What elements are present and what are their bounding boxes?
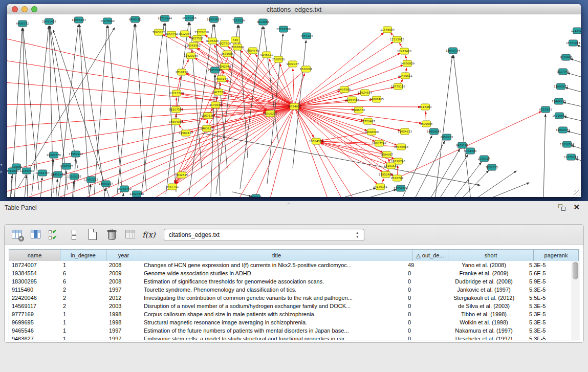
table-cell[interactable]: Yano et al. (2008) [441, 261, 527, 269]
graph-node-3827503[interactable]: 3827503 [191, 35, 204, 41]
table-cell[interactable]: Investigating the contribution of common… [141, 294, 405, 302]
graph-node-12480511[interactable]: 12480511 [398, 73, 412, 79]
graph-node-9427552[interactable]: 9427552 [212, 89, 225, 95]
table-cell[interactable]: Dudbridge et al. (2008) [441, 277, 527, 286]
graph-node-8186328[interactable]: 8186328 [206, 38, 219, 44]
table-row[interactable]: 1872400712008Changes of HCN gene express… [9, 261, 572, 269]
table-cell[interactable]: 6 [60, 269, 106, 277]
table-cell[interactable]: 1 [60, 310, 106, 318]
table-cell[interactable]: Tibbo et al. (1998) [441, 310, 527, 318]
graph-node-12973403[interactable]: 12973403 [397, 48, 411, 54]
table-cell[interactable]: Nakamura et al. (1997) [441, 326, 527, 335]
table-cell[interactable]: 5.3E-5 [527, 302, 572, 310]
float-panel-icon[interactable] [558, 204, 565, 211]
window-titlebar[interactable]: citations_edges.txt [7, 4, 581, 14]
table-body[interactable]: 1872400712008Changes of HCN gene express… [9, 261, 572, 340]
table-cell[interactable]: 0 [405, 286, 441, 294]
table-cell[interactable]: 1997 [106, 335, 141, 340]
graph-node-12213975[interactable]: 12213975 [390, 36, 404, 42]
table-cell[interactable]: 0 [405, 294, 441, 302]
select-columns-icon[interactable] [30, 228, 43, 242]
graph-node-9146821[interactable]: 9146821 [260, 52, 273, 58]
table-cell[interactable]: 5.3E-5 [527, 335, 572, 340]
graph-node-8958923[interactable]: 8958923 [441, 134, 453, 140]
graph-node-12213383[interactable]: 12213383 [169, 90, 184, 96]
table-header-row[interactable]: namein_degreeyeartitle△ out_de...shortpa… [9, 250, 579, 261]
table-cell[interactable]: 0 [405, 277, 441, 286]
column-header-short[interactable]: short [448, 250, 534, 261]
table-cell[interactable]: 9115460 [9, 286, 60, 294]
table-settings-icon[interactable] [11, 228, 24, 242]
table-cell[interactable]: 5.3E-5 [527, 318, 572, 326]
table-cell[interactable]: Corpus callosum shape and size in male p… [141, 310, 405, 318]
graph-node-9474444[interactable]: 9474444 [464, 148, 477, 154]
table-row[interactable]: 946554611997Estimation of the future num… [9, 326, 572, 335]
table-cell[interactable]: 0 [405, 302, 441, 310]
table-cell[interactable]: Franke et al. (2009) [441, 269, 527, 277]
graph-node-22420046[interactable]: 22420046 [184, 53, 198, 59]
table-cell[interactable]: 22420046 [9, 294, 60, 302]
function-builder-icon[interactable]: f(x) [142, 230, 156, 239]
graph-node-9129966[interactable]: 9129966 [560, 54, 573, 60]
graph-node-15751074[interactable]: 15751074 [566, 40, 580, 46]
graph-node-7603144[interactable]: 7603144 [215, 76, 228, 82]
table-row[interactable]: 969969511998Structural magnetic resonanc… [9, 318, 572, 326]
table-cell[interactable]: 6 [60, 277, 106, 286]
graph-node-3170031[interactable]: 3170031 [209, 102, 222, 108]
graph-node-19654923[interactable]: 19654923 [398, 128, 412, 135]
graph-node-9457791[interactable]: 9457791 [166, 184, 179, 190]
table-select-dropdown[interactable]: citations_edges.txt ▲▼ [164, 229, 364, 241]
table-cell[interactable]: 5.3E-5 [527, 286, 572, 294]
graph-node-7515526[interactable]: 7515526 [232, 17, 245, 24]
graph-node-10807485[interactable]: 10807485 [369, 96, 384, 102]
table-cell[interactable]: 5.3E-5 [527, 326, 572, 335]
panel-splitter-grip[interactable]: ⌃ [287, 202, 291, 207]
graph-node-546[interactable]: 546 [231, 37, 240, 43]
graph-node-6466160[interactable]: 6466160 [129, 16, 142, 23]
graph-node-14136141[interactable]: 14136141 [373, 184, 387, 190]
scrollbar-thumb[interactable] [573, 262, 578, 279]
table-cell[interactable]: Jankovic et al. (1997) [441, 286, 527, 294]
graph-node-16071355[interactable]: 16071355 [182, 15, 197, 21]
graph-node-14569117[interactable]: 14569117 [179, 130, 193, 136]
graph-node-13505135[interactable]: 13505135 [67, 173, 81, 180]
graph-node-8813054[interactable]: 8813054 [257, 19, 270, 25]
graph-node-16782759[interactable]: 16782759 [117, 186, 132, 192]
table-cell[interactable]: 14569117 [9, 302, 60, 310]
table-cell[interactable]: 2 [60, 302, 106, 310]
graph-node-16053603[interactable]: 16053603 [207, 16, 221, 23]
table-cell[interactable]: 0 [405, 269, 441, 277]
graph-node-10719144[interactable]: 10719144 [158, 15, 172, 21]
close-panel-icon[interactable]: ✕ [573, 203, 580, 212]
graph-nodes[interactable]: 5461112420143505115262012367608252274225… [7, 15, 581, 197]
graph-node-9397587[interactable]: 9397587 [60, 163, 73, 169]
graph-node-16409545[interactable]: 16409545 [427, 128, 441, 135]
graph-node-10655287[interactable]: 10655287 [72, 17, 86, 23]
table-row[interactable]: 1830029562008Estimation of significance … [9, 277, 572, 286]
graph-node-1526201[interactable]: 1526201 [300, 66, 313, 72]
graph-node-15892971[interactable]: 15892971 [556, 127, 570, 133]
table-cell[interactable]: 0 [405, 326, 441, 335]
table-cell[interactable]: 2009 [106, 269, 141, 277]
table-cell[interactable]: 1 [60, 326, 106, 335]
table-scrollbar[interactable] [572, 261, 579, 340]
table-cell[interactable]: 1998 [106, 318, 141, 326]
table-cell[interactable]: Estimation of the future numbers of pati… [141, 326, 405, 335]
graph-node-6479197[interactable]: 6479197 [456, 142, 469, 148]
table-cell[interactable]: 5.3E-5 [527, 310, 572, 318]
table-cell[interactable]: 2003 [106, 302, 141, 310]
graph-node-7986372[interactable]: 7986372 [353, 107, 365, 113]
table-cell[interactable]: 18300295 [9, 277, 60, 286]
graph-node-9322037[interactable]: 9322037 [287, 61, 299, 67]
table-row[interactable]: 977716911998Corpus callosum shape and si… [9, 310, 572, 318]
table-cell[interactable]: 2 [60, 294, 106, 302]
table-cell[interactable]: 1997 [106, 286, 141, 294]
graph-node-7663822[interactable]: 7663822 [153, 29, 165, 35]
graph-node-8454749[interactable]: 8454749 [247, 48, 259, 54]
table-cell[interactable]: 19384554 [9, 269, 60, 277]
graph-node-17016504[interactable]: 17016504 [560, 141, 574, 147]
table-cell[interactable]: 0 [405, 335, 441, 340]
table-row[interactable]: 946362711997Embryonic stem cells: a mode… [9, 335, 572, 340]
graph-node-16543582[interactable]: 16543582 [186, 42, 201, 49]
table-cell[interactable]: 5.6E-5 [527, 269, 572, 277]
